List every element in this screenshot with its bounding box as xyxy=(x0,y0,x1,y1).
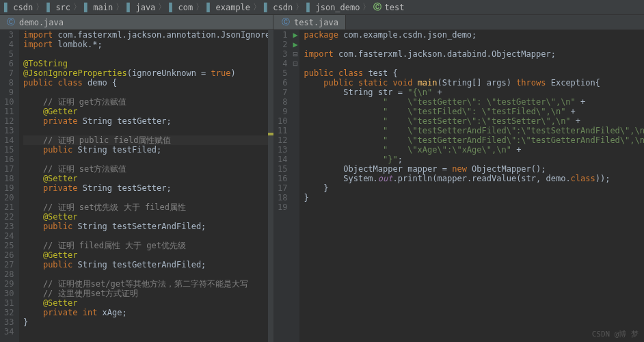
tab-test-java[interactable]: Ⓒ test.java xyxy=(275,15,346,29)
breadcrumb-segment[interactable]: example xyxy=(216,3,251,12)
breadcrumb-segment[interactable]: java xyxy=(135,3,155,12)
breadcrumb-segment[interactable]: src xyxy=(55,3,70,12)
right-editor-pane: 12345678910111213141516171819 ▶▶ ⊟⊟ pack… xyxy=(273,30,644,342)
folder-icon: ▋ xyxy=(306,3,311,12)
left-error-stripe[interactable] xyxy=(268,30,273,342)
right-code-area[interactable]: package com.example.csdn.json_demo; impo… xyxy=(299,30,644,342)
breadcrumb[interactable]: ▋csdn〉▋src〉▋main〉▋java〉▋com〉▋example〉▋cs… xyxy=(0,0,644,15)
split-panes: 3456789101112131415161718192021222324252… xyxy=(0,30,644,342)
fold-icon[interactable]: ⊟ xyxy=(293,49,297,59)
left-gutter[interactable]: 3456789101112131415161718192021222324252… xyxy=(0,30,19,342)
folder-icon: ▋ xyxy=(4,3,9,12)
editor-tabs: Ⓒ demo.java Ⓒ test.java xyxy=(0,15,644,30)
breadcrumb-segment[interactable]: csdn xyxy=(13,3,33,12)
left-editor-pane: 3456789101112131415161718192021222324252… xyxy=(0,30,273,342)
folder-icon: ▋ xyxy=(84,3,89,12)
folder-icon: ▋ xyxy=(206,3,211,12)
breadcrumb-segment[interactable]: csdn xyxy=(273,3,293,12)
java-class-icon: Ⓒ xyxy=(7,16,15,28)
left-code-area[interactable]: import com.fasterxml.jackson.annotation.… xyxy=(19,30,273,342)
folder-icon: ▋ xyxy=(126,3,131,12)
right-fold-gutter[interactable]: ▶▶ ⊟⊟ xyxy=(293,30,299,342)
breadcrumb-segment[interactable]: json_demo xyxy=(315,3,360,12)
tab-demo-java[interactable]: Ⓒ demo.java xyxy=(0,15,273,29)
fold-icon[interactable]: ⊟ xyxy=(293,59,297,68)
run-gutter-icon[interactable]: ▶ xyxy=(293,30,297,40)
java-class-icon: Ⓒ xyxy=(282,16,290,28)
breadcrumb-segment[interactable]: test xyxy=(384,3,404,12)
breadcrumb-segment[interactable]: com xyxy=(178,3,193,12)
tab-label: test.java xyxy=(294,18,338,27)
watermark-text: CSDN @博 梦 xyxy=(592,329,639,339)
folder-icon: ▋ xyxy=(169,3,174,12)
tab-label: demo.java xyxy=(19,18,64,27)
class-icon: Ⓒ xyxy=(373,1,381,13)
folder-icon: ▋ xyxy=(46,3,51,12)
right-gutter[interactable]: 12345678910111213141516171819 xyxy=(273,30,293,342)
run-gutter-icon[interactable]: ▶ xyxy=(293,40,297,49)
breadcrumb-segment[interactable]: main xyxy=(93,3,113,12)
folder-icon: ▋ xyxy=(264,3,269,12)
